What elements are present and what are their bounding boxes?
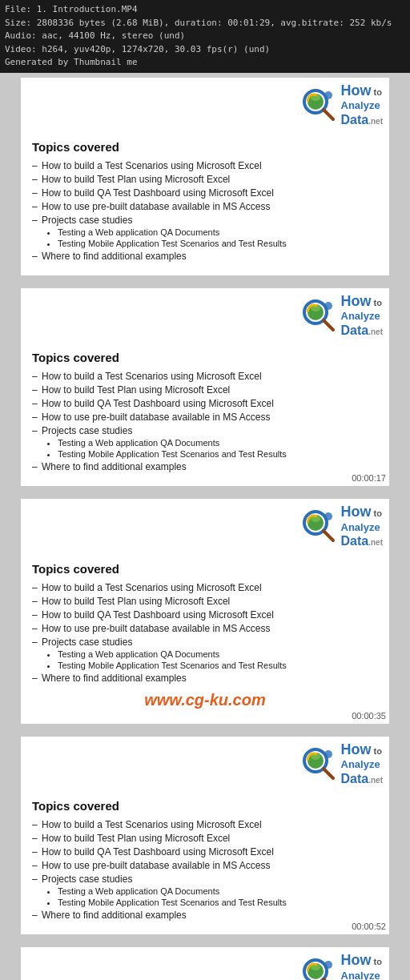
- logo-icon: [298, 295, 340, 336]
- svg-line-13: [324, 531, 333, 540]
- topic-item: How to build QA Test Dashboard using Mic…: [32, 398, 378, 409]
- panel-4: How to Analyze Data.net Topics covered H…: [21, 947, 389, 980]
- topic-item: How to use pre-built database available …: [32, 860, 378, 871]
- logo: How to Analyze Data.net: [298, 293, 383, 338]
- topic-list: How to build a Test Scenarios using Micr…: [32, 160, 378, 262]
- sub-item: Testing Mobile Application Test Scenario…: [58, 661, 378, 670]
- panel-2: How to Analyze Data.net Topics covered H…: [21, 499, 389, 723]
- www-link: www.cg-ku.com: [32, 686, 378, 713]
- topic-item: Where to find additional examples: [32, 910, 378, 921]
- topic-item: How to use pre-built database available …: [32, 412, 378, 423]
- sub-item: Testing a Web application QA Documents: [58, 649, 378, 659]
- logo-area: How to Analyze Data.net: [21, 78, 389, 129]
- logo: How to Analyze Data.net: [298, 504, 383, 548]
- topic-item: How to build a Test Scenarios using Micr…: [32, 819, 378, 830]
- svg-point-24: [324, 961, 332, 969]
- topic-item: How to build Test Plan using Microsoft E…: [32, 384, 378, 396]
- logo-icon: [298, 743, 340, 785]
- svg-point-9: [324, 302, 332, 310]
- file-info-line2: Size: 2808336 bytes (2.68 MiB), duration…: [5, 17, 405, 30]
- topic-item: Projects case studies Testing a Web appl…: [32, 637, 378, 670]
- logo: How to Analyze Data.net: [298, 741, 383, 786]
- topic-item: Where to find additional examples: [32, 673, 378, 684]
- topic-item: Projects case studies Testing a Web appl…: [32, 425, 378, 459]
- topic-list: How to build a Test Scenarios using Micr…: [32, 582, 378, 684]
- sub-list: Testing a Web application QA DocumentsTe…: [42, 438, 378, 459]
- file-info-block: File: 1. Introduction.MP4 Size: 2808336 …: [0, 0, 410, 73]
- topic-item: How to use pre-built database available …: [32, 623, 378, 634]
- file-info-line4: Video: h264, yuv420p, 1274x720, 30.03 fp…: [5, 43, 405, 57]
- sub-item: Testing Mobile Application Test Scenario…: [58, 449, 378, 459]
- logo-text: How to Analyze Data.net: [341, 293, 383, 338]
- logo: How to Analyze Data.net: [298, 82, 383, 127]
- topic-item: How to use pre-built database available …: [32, 201, 378, 212]
- logo-area: How to Analyze Data.net: [21, 947, 389, 980]
- logo-text: How to Analyze Data.net: [341, 504, 383, 548]
- logo-area: How to Analyze Data.net: [21, 288, 389, 339]
- svg-point-19: [324, 750, 332, 758]
- sub-item: Testing a Web application QA Documents: [58, 886, 378, 896]
- topic-list: How to build a Test Scenarios using Micr…: [32, 819, 378, 921]
- file-info-line3: Audio: aac, 44100 Hz, stereo (und): [5, 30, 405, 43]
- topic-item: Projects case studies Testing a Web appl…: [32, 874, 378, 907]
- panel-0: How to Analyze Data.net Topics covered H…: [21, 78, 389, 275]
- topic-item: Projects case studies Testing a Web appl…: [32, 215, 378, 248]
- topic-list: How to build a Test Scenarios using Micr…: [32, 371, 378, 472]
- logo-text: How to Analyze Data.net: [341, 952, 383, 980]
- topics-title: Topics covered: [32, 799, 378, 813]
- topic-item: Where to find additional examples: [32, 461, 378, 472]
- panel-content-0: Topics covered How to build a Test Scena…: [21, 129, 389, 275]
- timestamp: 00:00:35: [352, 711, 386, 721]
- svg-line-8: [324, 320, 333, 330]
- topic-item: Where to find additional examples: [32, 251, 378, 262]
- svg-point-4: [324, 91, 332, 99]
- file-info-line5: Generated by Thumbnail me: [5, 56, 405, 70]
- logo-text: How to Analyze Data.net: [341, 82, 383, 127]
- sub-list: Testing a Web application QA DocumentsTe…: [42, 649, 378, 670]
- topics-title: Topics covered: [32, 351, 378, 364]
- sub-list: Testing a Web application QA DocumentsTe…: [42, 886, 378, 907]
- topics-title: Topics covered: [32, 562, 378, 576]
- panel-content-2: Topics covered How to build a Test Scena…: [21, 551, 389, 724]
- sub-item: Testing a Web application QA Documents: [58, 227, 378, 237]
- timestamp: 00:00:52: [352, 922, 386, 931]
- sub-item: Testing Mobile Application Test Scenario…: [58, 239, 378, 248]
- logo-icon: [298, 954, 340, 980]
- topics-title: Topics covered: [32, 140, 378, 154]
- panel-1: How to Analyze Data.net Topics covered H…: [21, 288, 389, 486]
- logo-text: How to Analyze Data.net: [341, 741, 383, 786]
- timestamp: 00:00:17: [352, 473, 386, 483]
- panel-content-3: Topics covered How to build a Test Scena…: [21, 788, 389, 934]
- logo-icon: [298, 84, 340, 126]
- panel-content-1: Topics covered How to build a Test Scena…: [21, 339, 389, 486]
- topic-item: How to build QA Test Dashboard using Mic…: [32, 609, 378, 621]
- topic-item: How to build a Test Scenarios using Micr…: [32, 160, 378, 171]
- panel-3: How to Analyze Data.net Topics covered H…: [21, 737, 389, 934]
- sub-list: Testing a Web application QA DocumentsTe…: [42, 227, 378, 248]
- logo-area: How to Analyze Data.net: [21, 499, 389, 550]
- sub-item: Testing Mobile Application Test Scenario…: [58, 898, 378, 907]
- topic-item: How to build Test Plan using Microsoft E…: [32, 596, 378, 607]
- topic-item: How to build QA Test Dashboard using Mic…: [32, 187, 378, 199]
- topic-item: How to build QA Test Dashboard using Mic…: [32, 846, 378, 858]
- topic-item: How to build Test Plan using Microsoft E…: [32, 174, 378, 185]
- svg-line-18: [324, 769, 333, 778]
- topic-item: How to build a Test Scenarios using Micr…: [32, 371, 378, 382]
- topic-item: How to build Test Plan using Microsoft E…: [32, 833, 378, 844]
- logo-icon: [298, 505, 340, 547]
- logo-area: How to Analyze Data.net: [21, 737, 389, 788]
- sub-item: Testing a Web application QA Documents: [58, 438, 378, 448]
- svg-line-3: [324, 110, 333, 119]
- file-info-line1: File: 1. Introduction.MP4: [5, 3, 405, 17]
- logo: How to Analyze Data.net: [298, 952, 383, 980]
- topic-item: How to build a Test Scenarios using Micr…: [32, 582, 378, 593]
- svg-point-14: [324, 512, 332, 520]
